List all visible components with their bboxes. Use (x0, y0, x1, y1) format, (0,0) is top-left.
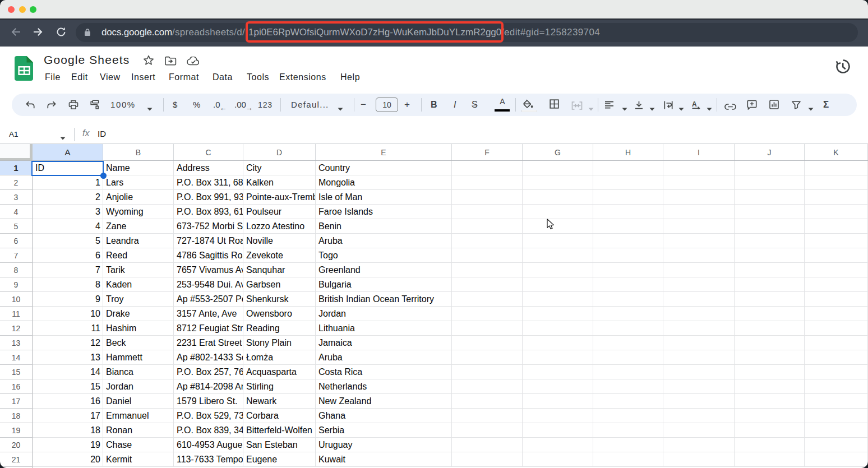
svg-text:A: A (692, 100, 697, 108)
